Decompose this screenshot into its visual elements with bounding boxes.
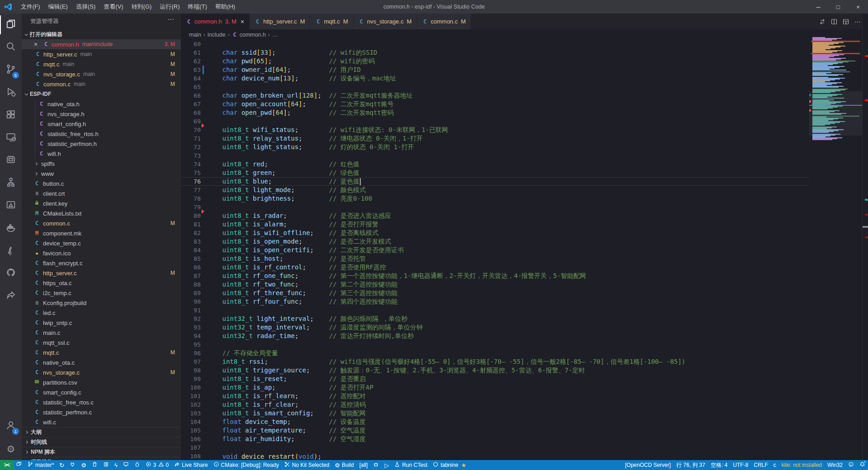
code-line-90[interactable]: 90 uint8_t rf_four_func; // 第四个遥控按键功能 [181, 297, 811, 306]
file-statistic_perfmon.h[interactable]: Cstatistic_perfmon.h [22, 139, 181, 149]
code-line-88[interactable]: 88 uint8_t rf_two_func; // 第二个遥控按键功能 [181, 280, 811, 289]
file-component.mk[interactable]: Mcomponent.mk [22, 228, 181, 238]
close-button[interactable]: × [848, 0, 868, 14]
file-led.c[interactable]: Cled.c [22, 308, 181, 318]
status-cursor-position[interactable]: 行 76, 列 37 [674, 460, 708, 470]
activity-account[interactable]: 1 [0, 415, 22, 437]
maximize-button[interactable]: □ [828, 0, 848, 14]
status-build[interactable]: ⚙Build [332, 460, 356, 470]
breadcrumb-item-2[interactable]: Ccommon.h [232, 32, 266, 38]
file-native_ota.h[interactable]: Cnative_ota.h [22, 99, 181, 109]
status-feedback[interactable] [845, 460, 857, 470]
tab-mqtt.c[interactable]: Cmqtt.cM [310, 14, 353, 29]
activity-explorer[interactable] [0, 14, 22, 36]
file-statistic_free_rtos.h[interactable]: Cstatistic_free_rtos.h [22, 129, 181, 139]
file-smart_config.c[interactable]: Csmart_config.c [22, 387, 181, 397]
folder-spiffs[interactable]: spiffs [22, 159, 181, 169]
customize-layout-icon[interactable] [840, 16, 852, 28]
code-line-68[interactable]: 68 char open_pwd[64]; // 二次开发mqtt密码 [181, 108, 811, 117]
code-line-64[interactable]: 64 char device_num[13]; // 设备编号，mac地址 [181, 74, 811, 83]
file-button.c[interactable]: Cbutton.c [22, 179, 181, 188]
menu-item-1[interactable]: 编辑(E) [44, 0, 72, 14]
file-device_temp.c[interactable]: Cdevice_temp.c [22, 238, 181, 248]
status-launch[interactable]: ▷ [382, 460, 392, 470]
file-smart_config.h[interactable]: Csmart_config.h [22, 119, 181, 129]
code-line-60[interactable]: 60 [181, 40, 811, 48]
file-wifi.h[interactable]: Cwifi.h [22, 149, 181, 159]
breadcrumb-item-3[interactable]: … [272, 32, 278, 38]
file-main.c[interactable]: Cmain.c [22, 328, 181, 338]
menu-item-2[interactable]: 选择(S) [72, 0, 99, 14]
code-line-97[interactable]: 97 int8_t rssi; // wifi信号强度(信号极好4格[-55— … [181, 357, 811, 366]
activity-github[interactable] [0, 262, 22, 285]
activity-run-debug[interactable] [0, 81, 22, 104]
activity-settings[interactable]: ⚙ [0, 437, 22, 460]
status-flash-chip[interactable] [100, 460, 112, 470]
file-mqtt_ssl.c[interactable]: Cmqtt_ssl.c [22, 338, 181, 348]
folder-www[interactable]: www [22, 169, 181, 179]
status-remote[interactable]: >< [0, 460, 14, 470]
activity-espressif[interactable] [0, 240, 22, 262]
code-line-83[interactable]: 83 uint8_t is_open_mode; // 是否二次开发模式 [181, 237, 811, 246]
code-line-93[interactable]: 93 uint32_t temp_interval; // 温湿度监测的间隔，单… [181, 323, 811, 332]
status-flame[interactable] [132, 460, 143, 470]
file-lwip_sntp.c[interactable]: Clwip_sntp.c [22, 318, 181, 328]
breadcrumb-item-1[interactable]: include [208, 32, 226, 38]
code-line-86[interactable]: 86 uint8_t is_rf_control; // 是否使用RF遥控 [181, 263, 811, 272]
status-build-target[interactable]: [all] [357, 460, 371, 470]
status-ctest[interactable]: Run CTest [392, 460, 430, 470]
file-favicon.ico[interactable]: ★favicon.ico [22, 248, 181, 258]
code-line-91[interactable]: 91 [181, 306, 811, 315]
file-mqtt.c[interactable]: Cmqtt.cM [22, 348, 181, 357]
code-line-87[interactable]: 87 uint8_t rf_one_func; // 第一个遥控按键功能，1-继… [181, 272, 811, 280]
code-line-63[interactable]: 63 char owner_id[64]; // 用户ID [181, 66, 811, 74]
code-line-80[interactable]: 80 uint8_t is_radar; // 是否进入雷达感应 [181, 212, 811, 220]
activity-test-tree[interactable] [0, 172, 22, 194]
code-line-103[interactable]: 103 uint8_t is_smart_config; // 智能配网 [181, 409, 811, 418]
split-editor-icon[interactable] [828, 16, 840, 28]
code-line-107[interactable]: 107 [181, 443, 811, 452]
tab-common.c[interactable]: Ccommon.cM [417, 14, 471, 29]
file-i2c_temp.c[interactable]: Ci2c_temp.c [22, 288, 181, 298]
file-http_server.c[interactable]: Chttp_server.cM [22, 268, 181, 278]
status-sync[interactable]: ↻ [57, 460, 67, 470]
code-line-74[interactable]: 74 uint8_t red; // 红色值 [181, 160, 811, 169]
open-editors-header[interactable]: 打开的编辑器 [22, 29, 181, 39]
open-changes-icon[interactable] [816, 16, 828, 28]
code-line-71[interactable]: 71 uint8_t relay_status; // 继电器状态 0-关闭，1… [181, 134, 811, 143]
code-line-94[interactable]: 94 uint32_t radar_time; // 雷达开灯持续时间,单位秒 [181, 332, 811, 340]
close-icon[interactable]: × [34, 41, 38, 48]
code-line-77[interactable]: 77 uint8_t light_mode; // 颜色模式 [181, 186, 811, 194]
status-cmake-status[interactable]: CMake: [Debug]: Ready [211, 460, 282, 470]
file-nvs_storage.h[interactable]: Cnvs_storage.h [22, 109, 181, 119]
open-editor-common.h[interactable]: ×Ccommon.hmain\include3, M [22, 39, 181, 49]
status-git-branch[interactable]: master* [25, 460, 57, 470]
status-kite[interactable]: kite: not installed [779, 460, 825, 470]
code-line-70[interactable]: 70 uint8_t wifi_status; // wifi连接状态: 0-未… [181, 126, 811, 134]
code-line-75[interactable]: 75 uint8_t green; // 绿色值 [181, 169, 811, 177]
activity-docker[interactable] [0, 217, 22, 240]
status-clean[interactable] [89, 460, 100, 470]
project-root-header[interactable]: ESP-IDF [22, 89, 181, 99]
close-icon[interactable]: × [241, 18, 244, 25]
code-line-67[interactable]: 67 char open_account[64]; // 二次开发mqtt账号 [181, 100, 811, 108]
section-2[interactable]: NPM 脚本 [22, 447, 181, 457]
activity-device-board[interactable] [0, 149, 22, 172]
tab-common.h[interactable]: Ccommon.h3, M× [181, 14, 249, 29]
code-line-76[interactable]: 76 uint8_t blue; // 蓝色值 [181, 177, 811, 186]
file-statistic_perfmon.c[interactable]: Cstatistic_perfmon.c [22, 407, 181, 417]
status-flash-bolt[interactable]: ϟ [112, 460, 120, 470]
status-device-settings[interactable]: ⚙ [78, 460, 89, 470]
file-statistic_free_rtos.c[interactable]: Cstatistic_free_rtos.c [22, 397, 181, 407]
breadcrumb-item-0[interactable]: main [189, 32, 201, 38]
code-line-73[interactable]: 73 [181, 151, 811, 160]
code-line-78[interactable]: 78 uint8_t brightness; // 亮度0-100 [181, 194, 811, 203]
section-0[interactable]: 大纲 [22, 427, 181, 437]
file-client.key[interactable]: client.key [22, 198, 181, 208]
status-serial-port[interactable] [67, 460, 78, 470]
activity-live-share[interactable] [0, 285, 22, 307]
code-line-106[interactable]: 106 float air_humidity; // 空气湿度 [181, 435, 811, 443]
status-tabnine-hand[interactable]: ★ [461, 460, 469, 470]
file-Kconfig.projbuild[interactable]: ≡Kconfig.projbuild [22, 298, 181, 308]
status-monitor[interactable] [120, 460, 132, 470]
